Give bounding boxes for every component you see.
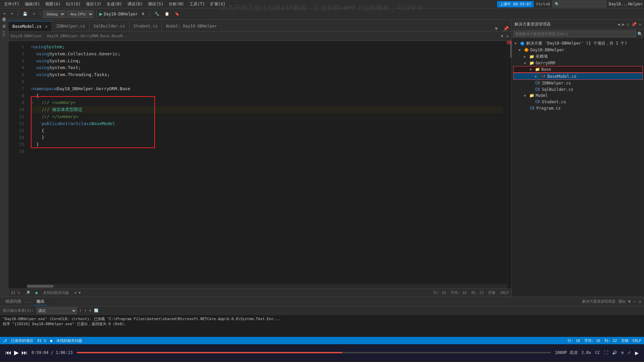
menu-build[interactable]: 生成(B)	[104, 1, 125, 8]
debug-dropdown[interactable]: Debug	[43, 10, 65, 18]
video-speed[interactable]: 2.0x	[582, 350, 591, 355]
toolbar-undo[interactable]: ↩	[31, 11, 37, 17]
cpu-dropdown[interactable]: Any CPU	[67, 10, 94, 18]
base-node[interactable]: ▼ 📁 Base	[513, 66, 643, 73]
tab-solution-explorer-bottom[interactable]: 解决方案资源管理器	[582, 299, 615, 304]
breadcrumb-add[interactable]: +	[506, 34, 509, 39]
project-node[interactable]: ▼ 🔶 Day18-DBHelper	[513, 47, 643, 53]
basemodel-arrow: ▶	[535, 74, 539, 78]
solution-icon: 🔷	[520, 41, 525, 46]
panel-float[interactable]: ▼	[628, 299, 631, 304]
menu-tools[interactable]: 工具(T)	[187, 1, 208, 8]
basemodel-node[interactable]: ▶ C# BaseModel.cs	[513, 73, 643, 80]
video-play[interactable]: ▶	[14, 349, 19, 356]
program-node[interactable]: C# Program.cs	[513, 105, 643, 111]
basemodel-label: BaseModel.cs	[547, 74, 577, 79]
code-line-6	[31, 78, 503, 85]
panel-icon-back[interactable]: ◀	[618, 22, 620, 27]
tab-dropdown[interactable]: ▼	[492, 26, 500, 31]
tab-notify-bottom[interactable]: 通知	[618, 299, 626, 304]
progress-bar[interactable]	[77, 352, 551, 353]
solution-search-input[interactable]	[513, 31, 636, 37]
search-icon[interactable]: 🔍	[637, 32, 643, 37]
sidebar-solution[interactable]: 解决方案资源管理器	[2, 21, 6, 26]
tab-student[interactable]: Student.cs	[129, 21, 162, 31]
idbhelper-node[interactable]: C# IDBHelper.cs	[513, 80, 643, 86]
zoom-level[interactable]: 81 %	[11, 291, 20, 295]
settings-icon[interactable]: ⚙ ▼	[74, 291, 81, 295]
code-line-7: ⊟namespace Day18_DBHelper.GerryORM.Base	[31, 85, 503, 93]
breadcrumb-path[interactable]: Day18_DBHelper.GerryORM.Base.BaseM...	[47, 34, 129, 38]
play-button[interactable]: ▶	[99, 11, 103, 17]
toolbar-misc3[interactable]: 🔖	[173, 11, 181, 17]
tab-error-list[interactable]: 错误列表 ...	[3, 298, 34, 305]
change-indicator	[507, 41, 512, 44]
tab-output[interactable]: 输出	[34, 298, 47, 305]
tab-pin[interactable]: 📌	[500, 26, 512, 31]
solution-arrow: ▼	[515, 42, 519, 45]
sqlbuilder-node[interactable]: C# SqlBuilder.cs	[513, 86, 643, 93]
menu-edit[interactable]: 编辑(E)	[22, 1, 43, 8]
toolbar-misc1[interactable]: 🔧	[153, 11, 161, 17]
output-source-select[interactable]: 调试	[37, 307, 77, 314]
panel-close[interactable]: ×	[639, 299, 641, 304]
dependencies-node[interactable]: ▶ 📁 依赖项	[513, 53, 643, 60]
menu-project[interactable]: 项目(J)	[83, 1, 104, 8]
menu-git[interactable]: Git(G)	[63, 1, 83, 7]
toolbar-save[interactable]: 💾	[21, 11, 30, 17]
video-fullscreen-icon[interactable]: ⛶	[604, 350, 608, 355]
breadcrumb-expand[interactable]: ▼	[501, 34, 503, 39]
editor-minimap[interactable]	[507, 41, 512, 289]
right-panel: 解决方案资源管理器 ◀ ▶ ⌂ 📌 × 🔍 ▼ 🔷 解决方案 'Day18-DB…	[512, 20, 644, 297]
solution-root[interactable]: ▼ 🔷 解决方案 'Day18-DBHelper' (1 个项目，共 1 个)	[513, 40, 643, 47]
toolbar-forward[interactable]: ➡	[9, 11, 15, 17]
tab-basemodel-close[interactable]: ×	[45, 24, 48, 29]
global-search[interactable]	[552, 1, 606, 7]
tab-basemodel[interactable]: BaseModel.cs ×	[8, 21, 52, 31]
tab-sqlbuilder[interactable]: SqlBuilder.cs	[90, 21, 129, 31]
panel-icon-forward[interactable]: ▶	[622, 22, 625, 27]
output-icon4[interactable]: 🔄	[94, 308, 99, 313]
output-icon1[interactable]: ⬆	[79, 308, 82, 313]
toolbar-back[interactable]: ⬅	[1, 11, 8, 17]
program-arrow	[524, 106, 528, 110]
tab-nuget[interactable]: NuGet: Day18-DBHelper	[162, 21, 221, 31]
menu-debug[interactable]: 调试(D)	[125, 1, 146, 8]
video-next[interactable]: ⏭	[21, 349, 28, 356]
output-line-1: "Day18-DBHelper.exe" (CoreCLR: clrhost):…	[3, 316, 641, 321]
menu-test[interactable]: 测试(S)	[145, 1, 166, 8]
sidebar-git[interactable]: Git更改	[2, 28, 6, 39]
shortcut-hint: Ctrl+Q	[536, 2, 550, 6]
video-prev[interactable]: ⏮	[5, 349, 11, 356]
video-expand-icon[interactable]: ⤢	[628, 350, 631, 355]
video-volume-icon[interactable]: 🔊	[612, 350, 617, 355]
panel-icon-close[interactable]: ×	[639, 22, 641, 27]
menu-file[interactable]: 文件(F)	[1, 1, 22, 8]
student-node[interactable]: C# Student.cs	[513, 99, 643, 105]
output-icon3[interactable]: ≡	[89, 308, 92, 313]
sep1	[18, 11, 18, 17]
toolbar-pause[interactable]: ⏸	[139, 11, 147, 17]
breadcrumb-project[interactable]: Day18-DBHelper	[11, 34, 42, 38]
panel-icon-pin[interactable]: 📌	[631, 22, 637, 27]
gerryorm-node[interactable]: ▼ 📁 GerryORM	[513, 60, 643, 66]
video-quality[interactable]: 1080P 高清	[555, 350, 577, 356]
tab-idbhelper[interactable]: IDBHelper.cs	[52, 21, 90, 31]
horizontal-scrollbar[interactable]	[27, 284, 507, 289]
video-caption-icon[interactable]: CC	[595, 350, 600, 355]
panel-minimize[interactable]: —	[633, 299, 636, 304]
scroll-thumb-h[interactable]	[27, 285, 54, 288]
menu-analyze[interactable]: 分析(N)	[166, 1, 187, 8]
video-settings-icon[interactable]: ⚙	[621, 350, 624, 355]
tab-bar: BaseModel.cs × IDBHelper.cs SqlBuilder.c…	[8, 20, 512, 32]
zoom-icon[interactable]: 🔎	[25, 291, 30, 295]
code-editor[interactable]: ⊟using System; using System.Collections.…	[27, 41, 507, 289]
output-icon2[interactable]: ⬇	[84, 308, 87, 313]
menu-view[interactable]: 视图(G)	[43, 1, 63, 8]
panel-icon-home[interactable]: ⌂	[627, 22, 629, 27]
git-icon[interactable]: ⎇	[3, 339, 7, 343]
video-play-icon2[interactable]: ▶	[635, 349, 639, 356]
menu-extend[interactable]: 扩展(X)	[208, 1, 228, 8]
model-node[interactable]: ▼ 📁 Model	[513, 93, 643, 99]
toolbar-misc2[interactable]: 📋	[163, 11, 171, 17]
